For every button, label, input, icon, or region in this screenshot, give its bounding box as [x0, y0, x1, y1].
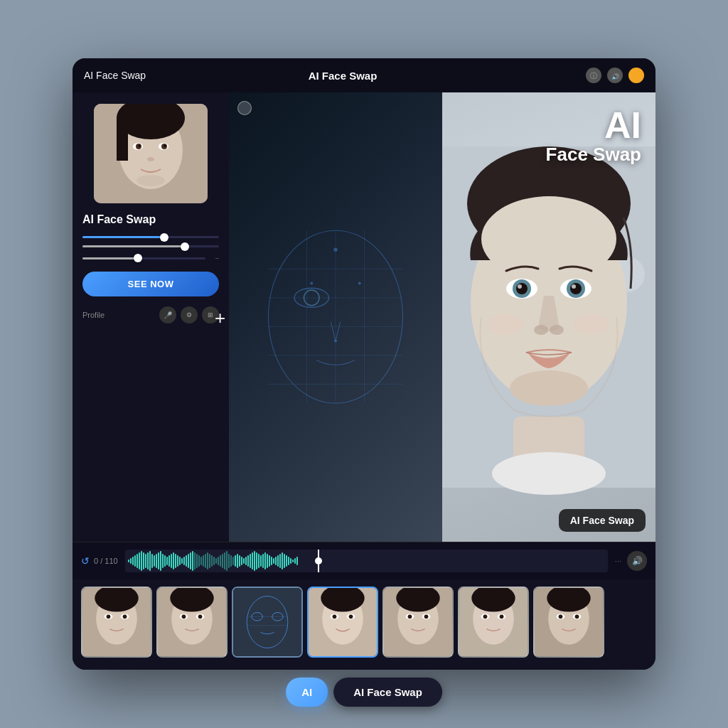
waveform-bar-78	[294, 558, 296, 564]
waveform-bar-35	[203, 555, 204, 567]
profile-icon-btn-1[interactable]: 🎤	[159, 306, 176, 323]
dock-ai-button[interactable]: AI	[286, 678, 328, 707]
waveform-bar-27	[186, 555, 187, 567]
profile-icon-btn-2[interactable]: ⚙	[181, 306, 198, 323]
volume-control-btn[interactable]: 🔊	[627, 551, 647, 571]
slider-fill-2	[82, 245, 185, 247]
slider-track-2[interactable]	[82, 245, 219, 247]
thumbnail-1[interactable]	[81, 587, 152, 658]
waveform-bar-45	[224, 552, 225, 569]
waveform-bar-44	[222, 554, 223, 568]
thumbnail-3[interactable]	[232, 587, 303, 658]
thumbnail-7[interactable]	[533, 587, 604, 658]
waveform-bar-72	[282, 552, 283, 569]
dock-main-button[interactable]: AI Face Swap	[333, 678, 442, 707]
slider-row-3: –	[82, 255, 219, 262]
waveform-bar-18	[166, 557, 168, 565]
waveform-bar-15	[160, 551, 161, 571]
svg-point-88	[483, 614, 488, 619]
waveform-bar-48	[230, 555, 232, 567]
waveform-bar-2	[132, 557, 134, 565]
info-button[interactable]: ⓘ	[586, 68, 601, 83]
svg-point-11	[136, 175, 165, 186]
waveform-bar-36	[205, 554, 206, 568]
close-button[interactable]	[628, 68, 644, 83]
waveform-bar-21	[173, 552, 174, 569]
svg-point-27	[294, 288, 329, 307]
slider-track-3[interactable]	[82, 257, 205, 259]
waveform-bar-30	[192, 551, 193, 571]
svg-point-82	[424, 614, 429, 619]
waveform-bar-28	[188, 554, 189, 568]
waveform-bar-42	[218, 557, 219, 565]
preview-main: AI Face Swap AI Face Swap	[229, 92, 655, 542]
title-bar-left-label: AI Face Swap	[84, 70, 146, 81]
slider-thumb-3[interactable]	[134, 254, 142, 262]
waveform-bar-12	[154, 555, 155, 567]
waveform-bar-9	[147, 552, 149, 569]
svg-point-10	[147, 157, 154, 161]
svg-point-95	[559, 614, 563, 619]
waveform-bar-23	[177, 555, 178, 567]
waveform-bar-31	[194, 552, 196, 569]
svg-point-48	[510, 370, 588, 406]
waveform-bar-41	[215, 558, 217, 564]
slider-thumb-1[interactable]	[160, 233, 168, 242]
profile-label: Profile	[82, 311, 105, 319]
waveform-bar-29	[190, 552, 191, 569]
waveform-bar-53	[241, 557, 242, 565]
waveform-playhead	[318, 550, 319, 572]
svg-point-8	[139, 145, 141, 147]
thumbnail-5[interactable]	[382, 587, 454, 658]
svg-point-41	[570, 283, 582, 294]
waveform-bar: ↺ 0 / 110 ··· 🔊	[73, 542, 655, 579]
waveform-bar-64	[264, 552, 266, 569]
slider-thumb-2[interactable]	[181, 242, 189, 251]
time-label: 0 / 110	[94, 557, 118, 565]
slider-fill-3	[82, 257, 138, 259]
thumbnail-2[interactable]	[156, 587, 228, 658]
see-now-button[interactable]: SEE NOW	[82, 272, 219, 296]
title-bar-center: AI Face Swap	[309, 70, 378, 82]
svg-point-81	[408, 614, 412, 619]
preview-brand-badge: AI Face Swap	[559, 509, 646, 532]
brand-sub-text: Face Swap	[546, 144, 641, 166]
thumb-face-5	[384, 588, 452, 656]
waveform-bar-50	[235, 555, 236, 567]
waveform-bar-63	[262, 554, 264, 568]
thumb-face-3	[233, 588, 301, 656]
slider-group: –	[82, 236, 219, 262]
waveform-bar-47	[228, 554, 230, 568]
title-bar: AI Face Swap AI Face Swap ⓘ 🔊	[73, 58, 655, 92]
waveform-bar-73	[284, 554, 285, 568]
profile-icon-btn-3[interactable]: ⊞	[202, 306, 219, 323]
waveform-bar-19	[168, 555, 170, 567]
thumbnail-6[interactable]	[458, 587, 529, 658]
svg-rect-63	[233, 588, 301, 656]
thumb-face-7	[535, 588, 603, 656]
svg-point-47	[574, 314, 609, 335]
volume-icon: 🔊	[632, 556, 643, 566]
waveform-bar-10	[149, 551, 151, 571]
waveform-bar-25	[181, 558, 183, 564]
waveform-bar-49	[232, 557, 234, 565]
sidebar-title: AI Face Swap	[82, 213, 219, 226]
face-preview-image	[94, 104, 208, 203]
waveform-bar-7	[143, 552, 144, 569]
waveform-bar-26	[183, 557, 185, 565]
waveform-bar-33	[198, 555, 200, 567]
speaker-button[interactable]: 🔊	[607, 68, 623, 83]
svg-point-24	[310, 282, 313, 285]
waveform-bar-46	[226, 551, 228, 571]
slider-track-1[interactable]	[82, 236, 219, 238]
waveform-bar-4	[136, 554, 138, 568]
waveform-bar-62	[260, 555, 262, 567]
waveform-bar-75	[288, 557, 289, 565]
thumbnail-4[interactable]	[307, 587, 378, 658]
timeline-area: ↺ 0 / 110 ··· 🔊	[73, 542, 655, 670]
waveform-track[interactable]	[125, 550, 608, 572]
svg-point-55	[123, 614, 127, 619]
svg-point-35	[481, 196, 616, 282]
svg-rect-3	[117, 118, 128, 161]
brand-ai-text: AI	[546, 107, 641, 144]
